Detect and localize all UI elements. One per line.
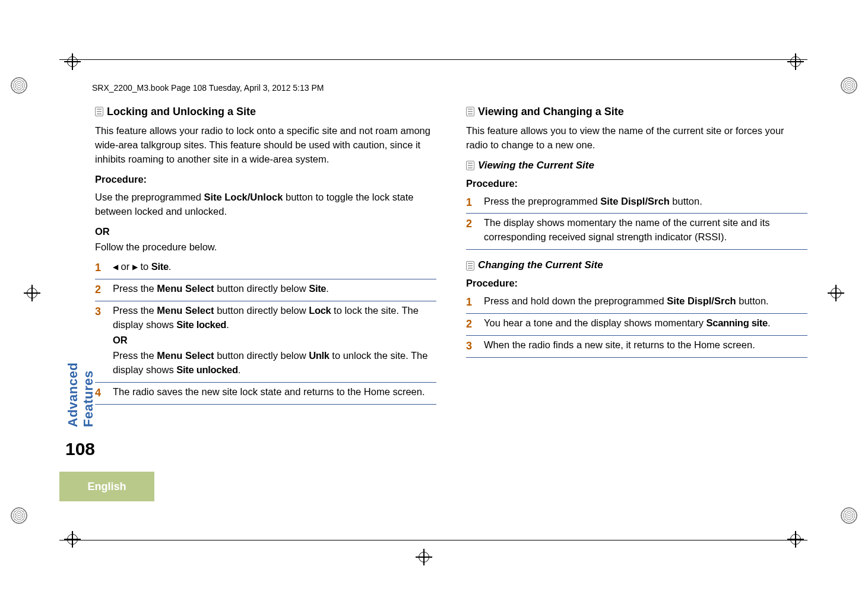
ui-text: Site unlocked bbox=[176, 364, 237, 375]
language-tab: English bbox=[59, 472, 154, 501]
step-item: 3 Press the Menu Select button directly … bbox=[95, 304, 436, 383]
text: button directly below bbox=[214, 305, 309, 316]
text: . bbox=[226, 319, 229, 330]
text: Use the preprogrammed bbox=[95, 192, 204, 202]
step-number: 3 bbox=[95, 304, 101, 319]
registration-mark-icon bbox=[828, 285, 844, 301]
registration-mark-icon bbox=[787, 53, 804, 70]
subheading-view-current: Viewing the Current Site bbox=[466, 158, 807, 173]
text: button directly below bbox=[214, 283, 309, 294]
button-name: Menu Select bbox=[157, 305, 214, 316]
left-arrow-icon: ◀ bbox=[113, 262, 118, 272]
or-divider: OR bbox=[95, 225, 436, 239]
step-item: 3 When the radio finds a new site, it re… bbox=[466, 338, 807, 358]
step-item: 4 The radio saves the new site lock stat… bbox=[95, 385, 436, 405]
intro-paragraph: This feature allows you to view the name… bbox=[466, 124, 807, 152]
text: When the radio finds a new site, it retu… bbox=[484, 339, 755, 350]
crop-mark-icon bbox=[841, 507, 857, 524]
crop-mark-icon bbox=[841, 77, 857, 94]
step-number: 1 bbox=[466, 195, 472, 210]
note-icon bbox=[466, 261, 474, 271]
text: . bbox=[169, 261, 172, 272]
procedure-label: Procedure: bbox=[95, 173, 436, 187]
left-column: Locking and Unlocking a Site This featur… bbox=[95, 104, 436, 407]
text: to bbox=[138, 261, 151, 272]
right-arrow-icon: ▶ bbox=[132, 262, 138, 272]
steps-list: 1 ◀ or ▶ to Site. 2 Press the Menu Selec… bbox=[95, 260, 436, 404]
subheading-text: Viewing the Current Site bbox=[478, 158, 594, 173]
page-number: 108 bbox=[65, 439, 95, 459]
heading-text: Locking and Unlocking a Site bbox=[107, 104, 256, 119]
text: Press and hold down the preprogrammed bbox=[484, 295, 667, 306]
text: The radio saves the new site lock state … bbox=[113, 386, 425, 397]
registration-mark-icon bbox=[416, 549, 432, 565]
button-name: Site Lock/Unlock bbox=[204, 192, 283, 202]
step-item: 2 The display shows momentary the name o… bbox=[466, 216, 807, 250]
subheading-text: Changing the Current Site bbox=[478, 258, 603, 273]
step-item: 2 You hear a tone and the display shows … bbox=[466, 316, 807, 336]
text: button. bbox=[670, 196, 702, 206]
ui-text: Scanning site bbox=[707, 317, 768, 328]
ui-text: Site bbox=[151, 261, 169, 272]
registration-mark-icon bbox=[787, 531, 804, 548]
procedure-label: Procedure: bbox=[466, 177, 807, 191]
heading-text: Viewing and Changing a Site bbox=[478, 104, 624, 119]
heading-locking: Locking and Unlocking a Site bbox=[95, 104, 436, 119]
step-item: 1 Press and hold down the preprogrammed … bbox=[466, 294, 807, 314]
text: . bbox=[768, 317, 771, 328]
text: Press the bbox=[113, 350, 157, 361]
intro-paragraph: This feature allows your radio to lock o… bbox=[95, 124, 436, 167]
section-label: Advanced Features bbox=[65, 338, 96, 427]
ui-text: Site bbox=[309, 283, 326, 294]
ui-text: Unlk bbox=[309, 350, 330, 361]
button-name: Menu Select bbox=[157, 283, 214, 294]
step-number: 2 bbox=[466, 316, 472, 332]
content-area: Locking and Unlocking a Site This featur… bbox=[95, 104, 807, 407]
text: . bbox=[238, 364, 241, 375]
text: Press the bbox=[113, 305, 157, 316]
footer-rule bbox=[59, 540, 807, 540]
pre-step: Follow the procedure below. bbox=[95, 240, 436, 255]
button-name: Menu Select bbox=[157, 350, 214, 361]
steps-list: 1 Press the preprogrammed Site Displ/Src… bbox=[466, 195, 807, 250]
page: SRX_2200_M3.book Page 108 Tuesday, April… bbox=[0, 0, 868, 601]
right-column: Viewing and Changing a Site This feature… bbox=[466, 104, 807, 407]
step-number: 1 bbox=[466, 294, 472, 310]
text: button directly below bbox=[214, 350, 309, 361]
note-icon bbox=[466, 107, 474, 116]
subheading-change-current: Changing the Current Site bbox=[466, 258, 807, 273]
ui-text: Site locked bbox=[176, 319, 226, 330]
text: Press the preprogrammed bbox=[484, 196, 600, 206]
step-item: 1 ◀ or ▶ to Site. bbox=[95, 260, 436, 279]
step-number: 2 bbox=[95, 282, 101, 297]
or-divider: OR bbox=[113, 333, 436, 348]
procedure-label: Procedure: bbox=[466, 276, 807, 291]
step-number: 4 bbox=[95, 385, 101, 400]
text: You hear a tone and the display shows mo… bbox=[484, 317, 707, 328]
header-rule bbox=[59, 59, 807, 60]
text: Press the bbox=[113, 283, 157, 294]
step-number: 2 bbox=[466, 216, 472, 231]
steps-list: 1 Press and hold down the preprogrammed … bbox=[466, 294, 807, 358]
step-item: 2 Press the Menu Select button directly … bbox=[95, 282, 436, 301]
text: or bbox=[118, 261, 132, 272]
step-number: 1 bbox=[95, 260, 101, 275]
heading-viewing: Viewing and Changing a Site bbox=[466, 104, 807, 119]
step-number: 3 bbox=[466, 338, 472, 354]
button-name: Site Displ/Srch bbox=[667, 295, 736, 306]
text: . bbox=[326, 283, 329, 294]
step-item: 1 Press the preprogrammed Site Displ/Src… bbox=[466, 195, 807, 214]
ui-text: Lock bbox=[309, 305, 331, 316]
note-icon bbox=[95, 107, 103, 116]
pre-step: Use the preprogrammed Site Lock/Unlock b… bbox=[95, 190, 436, 219]
text: The display shows momentary the name of … bbox=[484, 217, 769, 242]
text: button. bbox=[736, 295, 769, 306]
note-icon bbox=[466, 161, 474, 170]
button-name: Site Displ/Srch bbox=[600, 196, 669, 206]
